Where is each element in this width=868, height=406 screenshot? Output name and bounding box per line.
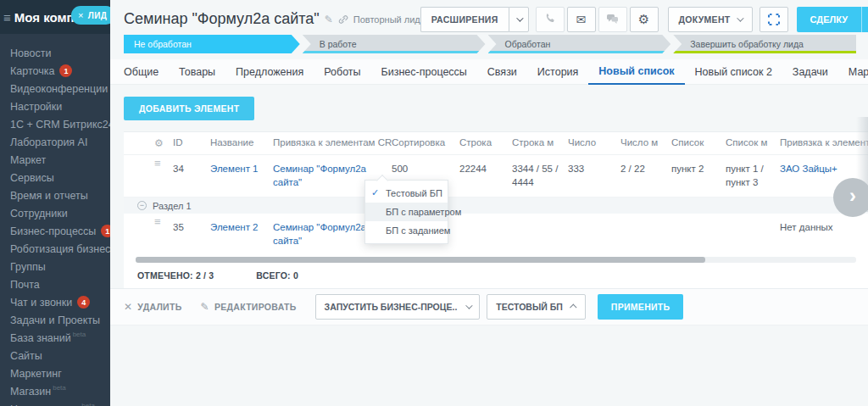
sidebar-item-label: Центр продаж bbox=[10, 403, 80, 406]
beta-label: beta bbox=[73, 331, 86, 338]
sidebar-item-market[interactable]: Маркет bbox=[10, 151, 110, 169]
sidebar-item-tasks-projects[interactable]: Задачи и Проекты bbox=[10, 311, 110, 329]
sidebar-item-label: Почта bbox=[10, 279, 40, 291]
notification-badge: 1 bbox=[101, 225, 110, 237]
bp-menu-item-task[interactable]: БП с заданием bbox=[365, 221, 448, 240]
sidebar-item-marketing[interactable]: Маркетинг bbox=[10, 364, 110, 382]
beta-label: beta bbox=[53, 384, 66, 392]
chevron-right-icon: › bbox=[849, 186, 856, 206]
sidebar-item-label: Лаборатория AI bbox=[10, 136, 87, 148]
sidebar-item-label: Бизнес-процессы bbox=[10, 225, 96, 237]
sidebar-item-time-reports[interactable]: Время и отчеты bbox=[10, 186, 110, 204]
sidebar-item-news[interactable]: Новости bbox=[10, 44, 110, 62]
scroll-right-button[interactable]: › ▸ bbox=[833, 178, 868, 217]
notification-badge: 4 bbox=[77, 296, 90, 309]
sidebar-item-label: Новости bbox=[10, 47, 51, 59]
bp-menu-item-test[interactable]: ✓Тестовый БП bbox=[365, 184, 448, 203]
sidebar-item-label: База знаний bbox=[10, 332, 71, 344]
sidebar-item-1c-crm[interactable]: 1С + CRM Битрикс24 bbox=[10, 115, 110, 133]
sidebar-header: ≡ Моя компа × ЛИД bbox=[0, 0, 110, 34]
sidebar-item-label: Группы bbox=[10, 261, 46, 273]
bp-menu-item-label: БП с заданием bbox=[386, 225, 450, 236]
sidebar-item-videoconf[interactable]: Видеоконференции bbox=[10, 80, 110, 97]
sidebar-item-sites[interactable]: Сайты bbox=[10, 347, 110, 364]
sidebar-item-label: Чат и звонки bbox=[10, 297, 72, 309]
sidebar-item-label: Сервисы bbox=[10, 172, 54, 184]
sidebar-item-label: Сайты bbox=[10, 350, 42, 362]
hamburger-menu-icon[interactable]: ≡ bbox=[3, 10, 11, 25]
sidebar-item-employees[interactable]: Сотрудники bbox=[10, 204, 110, 222]
sidebar-item-sales-center[interactable]: Центр продажbeta bbox=[10, 400, 110, 406]
sidebar-menu: Новости Карточка1 Видеоконференции Настр… bbox=[0, 34, 110, 406]
sidebar-item-knowledge-base[interactable]: База знанийbeta bbox=[10, 329, 110, 347]
sidebar-item-ai-lab[interactable]: Лаборатория AI bbox=[10, 133, 110, 151]
sidebar: ≡ Моя компа × ЛИД Новости Карточка1 Виде… bbox=[0, 0, 110, 406]
sidebar-item-services[interactable]: Сервисы bbox=[10, 169, 110, 186]
sidebar-item-mail[interactable]: Почта bbox=[10, 275, 110, 293]
sidebar-item-label: Магазин bbox=[10, 386, 51, 398]
sidebar-item-label: Карточка bbox=[10, 65, 54, 77]
check-icon: ✓ bbox=[371, 187, 379, 198]
bp-menu-item-label: Тестовый БП bbox=[386, 188, 442, 198]
lead-chip-label: ЛИД bbox=[88, 11, 108, 20]
sidebar-item-label: 1С + CRM Битрикс24 bbox=[10, 119, 110, 131]
sidebar-item-business-processes[interactable]: Бизнес-процессы1 bbox=[10, 222, 110, 240]
sidebar-item-settings[interactable]: Настройки bbox=[10, 97, 110, 115]
sidebar-item-label: Роботизация бизнес... bbox=[10, 243, 110, 255]
beta-label: beta bbox=[81, 402, 95, 406]
sidebar-item-label: Задачи и Проекты bbox=[10, 314, 100, 326]
bp-menu-item-param[interactable]: БП с параметром bbox=[365, 203, 448, 221]
sidebar-item-groups[interactable]: Группы bbox=[10, 258, 110, 275]
sidebar-item-chat-calls[interactable]: Чат и звонки4 bbox=[10, 293, 110, 311]
sidebar-item-label: Маркет bbox=[10, 154, 46, 166]
sidebar-item-label: Видеоконференции bbox=[10, 83, 108, 95]
close-icon[interactable]: × bbox=[78, 10, 84, 20]
bp-dropdown-menu: ✓Тестовый БП БП с параметром БП с задани… bbox=[364, 180, 448, 244]
lead-filter-chip[interactable]: × ЛИД bbox=[71, 6, 110, 25]
sidebar-item-card[interactable]: Карточка1 bbox=[10, 62, 110, 80]
sidebar-item-label: Маркетинг bbox=[10, 368, 62, 380]
sidebar-item-label: Сотрудники bbox=[10, 208, 68, 220]
sidebar-item-label: Время и отчеты bbox=[10, 190, 88, 202]
sidebar-item-label: Настройки bbox=[10, 101, 62, 113]
notification-badge: 1 bbox=[59, 64, 72, 77]
bp-menu-item-label: БП с параметром bbox=[386, 207, 461, 217]
sidebar-item-shop[interactable]: Магазинbeta bbox=[10, 382, 110, 400]
sidebar-item-rpa[interactable]: Роботизация бизнес...beta bbox=[10, 240, 110, 258]
